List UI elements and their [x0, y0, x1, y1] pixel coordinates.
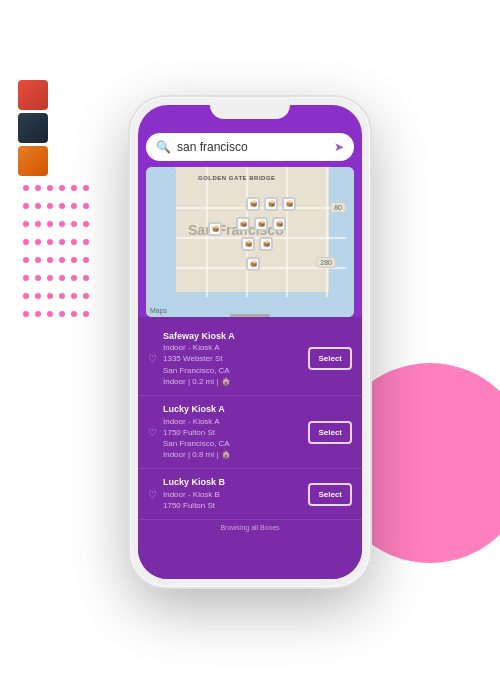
map-area: GOLDEN GATE BRIDGE San Francisco 80 280 …: [146, 167, 354, 317]
favorite-icon-2[interactable]: ♡: [148, 427, 157, 438]
location-details-1: Indoor | 0.2 mi | 🏠: [163, 376, 302, 387]
left-side-images: [18, 80, 48, 176]
location-item-1: ♡ Safeway Kiosk A Indoor - Kiosk A 1335 …: [138, 323, 362, 396]
browsing-label: Browsing all Boxes: [138, 520, 362, 535]
search-icon: 🔍: [156, 140, 171, 154]
apple-maps-label: Maps: [150, 307, 167, 314]
location-subname-1: Indoor - Kiosk A: [163, 342, 302, 353]
location-city-1: San Francisco, CA: [163, 365, 302, 376]
location-info-2: Lucky Kiosk A Indoor - Kiosk A 1750 Fult…: [163, 404, 302, 460]
search-input[interactable]: san francisco: [177, 140, 328, 154]
location-address-3: 1750 Fulton St: [163, 500, 302, 511]
location-info-3: Lucky Kiosk B Indoor - Kiosk B 1750 Fult…: [163, 477, 302, 511]
phone-notch: [210, 97, 290, 119]
location-item-3: ♡ Lucky Kiosk B Indoor - Kiosk B 1750 Fu…: [138, 469, 362, 520]
location-subname-3: Indoor - Kiosk B: [163, 489, 302, 500]
location-list: ♡ Safeway Kiosk A Indoor - Kiosk A 1335 …: [138, 317, 362, 579]
location-name-2: Lucky Kiosk A: [163, 404, 302, 416]
location-subname-2: Indoor - Kiosk A: [163, 416, 302, 427]
map-pin-8: 📦: [259, 237, 273, 251]
map-pin-7: 📦: [241, 237, 255, 251]
map-pin-9: 📦: [246, 257, 260, 271]
select-button-1[interactable]: Select: [308, 347, 352, 370]
location-city-2: San Francisco, CA: [163, 438, 302, 449]
location-name-1: Safeway Kiosk A: [163, 331, 302, 343]
map-drag-handle[interactable]: [230, 314, 270, 317]
map-road-7: [326, 167, 328, 297]
map-pin-1: 📦: [246, 197, 260, 211]
search-bar[interactable]: 🔍 san francisco ➤: [146, 133, 354, 161]
map-pin-2: 📦: [264, 197, 278, 211]
location-arrow-icon: ➤: [334, 140, 344, 154]
map-background: GOLDEN GATE BRIDGE San Francisco 80 280 …: [146, 167, 354, 317]
favorite-icon-3[interactable]: ♡: [148, 489, 157, 500]
location-item-2: ♡ Lucky Kiosk A Indoor - Kiosk A 1750 Fu…: [138, 396, 362, 469]
map-road-6: [286, 167, 288, 297]
location-name-3: Lucky Kiosk B: [163, 477, 302, 489]
map-golden-gate-label: GOLDEN GATE BRIDGE: [198, 175, 276, 181]
decorative-dots: (() => { const container = document.quer…: [20, 180, 100, 300]
map-pin-10: 📦: [208, 222, 222, 236]
side-image-3: [18, 146, 48, 176]
phone-screen: 🔍 san francisco ➤: [138, 105, 362, 579]
location-details-2: Indoor | 0.8 mi | 🏠: [163, 449, 302, 460]
location-info-1: Safeway Kiosk A Indoor - Kiosk A 1335 We…: [163, 331, 302, 387]
map-pin-3: 📦: [282, 197, 296, 211]
side-image-1: [18, 80, 48, 110]
map-pin-4: 📦: [236, 217, 250, 231]
phone-mockup: 🔍 san francisco ➤: [130, 97, 370, 587]
map-pin-5: 📦: [254, 217, 268, 231]
map-road-1: [176, 207, 346, 209]
phone-frame: 🔍 san francisco ➤: [130, 97, 370, 587]
map-pin-6: 📦: [272, 217, 286, 231]
map-badge-280: 280: [316, 257, 336, 268]
location-address-2: 1750 Fulton St: [163, 427, 302, 438]
select-button-2[interactable]: Select: [308, 421, 352, 444]
location-address-1: 1335 Webster St: [163, 353, 302, 364]
side-image-2: [18, 113, 48, 143]
map-badge-80: 80: [330, 202, 346, 213]
select-button-3[interactable]: Select: [308, 483, 352, 506]
favorite-icon-1[interactable]: ♡: [148, 353, 157, 364]
